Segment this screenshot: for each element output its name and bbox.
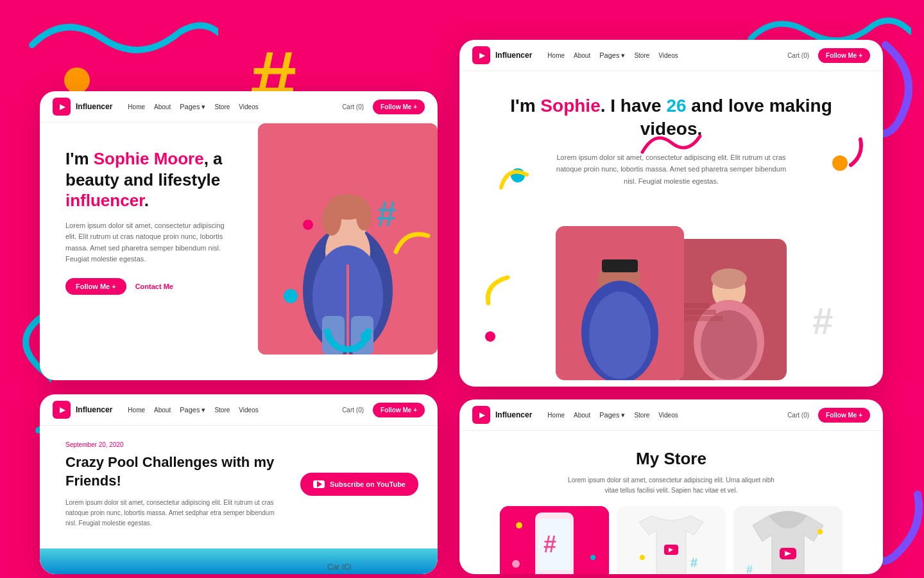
navbar-card2: Influencer Home About Pages▾ Store Video… [459, 40, 883, 71]
brand-name-card4: Influencer [495, 410, 532, 419]
svg-point-13 [327, 308, 368, 349]
subscribe-btn-card3[interactable]: Subscribe on YouTube [300, 473, 418, 496]
nav-links-card2: Home About Pages▾ Store Videos [547, 51, 787, 60]
hero-title-card1: I'm Sophie Moore, a beauty and lifestyle… [65, 148, 232, 211]
nav-about-card4[interactable]: About [574, 412, 590, 419]
follow-me-btn-card1[interactable]: Follow Me + [65, 278, 126, 295]
svg-point-22 [589, 292, 651, 379]
nav-right-card3: Cart (0) Follow Me + [342, 403, 425, 417]
nav-store-card2[interactable]: Store [634, 52, 649, 59]
person-svg1-card2 [556, 226, 684, 380]
card-hero-right: Influencer Home About Pages▾ Store Video… [459, 40, 883, 387]
bg-wave-top-left [26, 6, 218, 71]
card-hero-left: Influencer Home About Pages ▾ Store Vide… [40, 91, 438, 380]
youtube-icon [313, 480, 325, 488]
nav-home-card3[interactable]: Home [128, 407, 145, 414]
nav-home-card4[interactable]: Home [547, 412, 565, 419]
svg-point-39 [590, 555, 595, 560]
nav-about-card3[interactable]: About [154, 407, 171, 414]
navbar-card1: Influencer Home About Pages ▾ Store Vide… [40, 91, 438, 123]
nav-home-card2[interactable]: Home [547, 52, 565, 59]
nav-pages-card4[interactable]: Pages▾ [599, 411, 625, 419]
nav-links-card3: Home About Pages▾ Store Videos [128, 406, 342, 414]
pink-arc-card2 [832, 136, 864, 168]
follow-btn-card1[interactable]: Follow Me + [373, 100, 425, 114]
nav-videos-card4[interactable]: Videos [658, 412, 678, 419]
nav-right-card4: Cart (0) Follow Me + [787, 408, 870, 423]
svg-text:#: # [543, 531, 556, 557]
nav-about-card1[interactable]: About [154, 103, 171, 110]
cyan-arc-card1 [322, 303, 373, 355]
play-triangle [317, 481, 322, 487]
nav-videos-card1[interactable]: Videos [239, 103, 258, 110]
hero-img-right-card2 [671, 239, 787, 380]
nav-home-card1[interactable]: Home [128, 103, 145, 110]
svg-point-8 [356, 202, 372, 231]
cart-label-card1[interactable]: Cart (0) [342, 103, 364, 110]
svg-point-40 [512, 560, 520, 568]
nav-right-card2: Cart (0) Follow Me + [787, 48, 870, 63]
hero-img-left-card2 [556, 226, 684, 380]
nav-store-card1[interactable]: Store [214, 103, 230, 110]
nav-links-card4: Home About Pages▾ Store Videos [547, 411, 787, 419]
tshirt-svg: # [617, 506, 726, 574]
product-hoodie[interactable]: # [733, 506, 843, 574]
svg-point-27 [711, 268, 747, 289]
yellow-wave-card2 [498, 162, 530, 194]
hero-content-card1: I'm Sophie Moore, a beauty and lifestyle… [40, 123, 258, 295]
nav-links-card1: Home About Pages ▾ Store Videos [128, 103, 342, 111]
svg-point-49 [817, 529, 823, 534]
logo-card3: Influencer [53, 401, 112, 419]
follow-btn-card4[interactable]: Follow Me + [818, 408, 870, 423]
logo-card4: Influencer [472, 406, 532, 424]
cart-label-card3[interactable]: Cart (0) [342, 407, 364, 414]
products-grid-card4: # # [485, 506, 857, 574]
svg-rect-24 [602, 259, 638, 272]
logo-card2: Influencer [472, 46, 532, 64]
nav-videos-card2[interactable]: Videos [658, 52, 678, 59]
product-phone-case[interactable]: # [500, 506, 609, 574]
nav-videos-card3[interactable]: Videos [239, 407, 258, 414]
blog-content-card3: September 20, 2020 Crazy Pool Challenges… [40, 426, 309, 544]
logo-icon-card2 [472, 46, 490, 64]
cart-label-card4[interactable]: Cart (0) [787, 412, 809, 419]
nav-about-card2[interactable]: About [574, 52, 590, 59]
svg-text:#: # [377, 194, 397, 229]
card-blog-left: Influencer Home About Pages▾ Store Video… [40, 394, 438, 574]
cart-label-card2[interactable]: Cart (0) [787, 52, 809, 59]
hero-btns-card1: Follow Me + Contact Me [65, 278, 232, 295]
nav-store-card3[interactable]: Store [214, 407, 230, 414]
blog-desc-card3: Lorem ipsum dolor sit amet, consectetur … [65, 498, 284, 529]
orange-circle-decor [64, 67, 90, 93]
contact-me-btn-card1[interactable]: Contact Me [135, 283, 173, 290]
nav-pages-card1[interactable]: Pages ▾ [180, 103, 205, 111]
brand-name-card1: Influencer [76, 102, 112, 111]
brand-name-card3: Influencer [76, 405, 112, 414]
nav-pages-card2[interactable]: Pages▾ [599, 51, 625, 60]
yellow-arc-card2 [482, 271, 520, 310]
squiggle-card2 [639, 127, 703, 159]
svg-text:#: # [812, 300, 833, 335]
brand-name-card2: Influencer [495, 51, 532, 60]
logo-icon-card1 [53, 98, 71, 116]
logo-icon-card3 [53, 401, 71, 419]
pool-strip-card3 [40, 548, 438, 574]
product-tshirt[interactable]: # [617, 506, 726, 574]
nav-store-card4[interactable]: Store [634, 412, 649, 419]
nav-pages-card3[interactable]: Pages▾ [180, 406, 205, 414]
ci-label: Car ICi [327, 563, 351, 572]
store-title-card4: My Store [485, 449, 857, 469]
svg-point-7 [322, 204, 341, 236]
nav-right-card1: Cart (0) Follow Me + [342, 100, 425, 114]
svg-point-38 [516, 522, 522, 529]
svg-text:#: # [746, 563, 753, 574]
hero-desc-card1: Lorem ipsum dolor sit amet, consectetur … [65, 220, 232, 265]
store-desc-card4: Lorem ipsum dolor sit amet, consectetur … [562, 475, 780, 496]
svg-point-44 [640, 555, 645, 560]
follow-btn-card3[interactable]: Follow Me + [373, 403, 425, 417]
yellow-dash-card1 [393, 226, 431, 258]
follow-btn-card2[interactable]: Follow Me + [818, 48, 870, 63]
phone-case-svg: # [500, 506, 609, 574]
svg-text:#: # [690, 556, 697, 570]
pink-dot-card2 [485, 331, 495, 342]
